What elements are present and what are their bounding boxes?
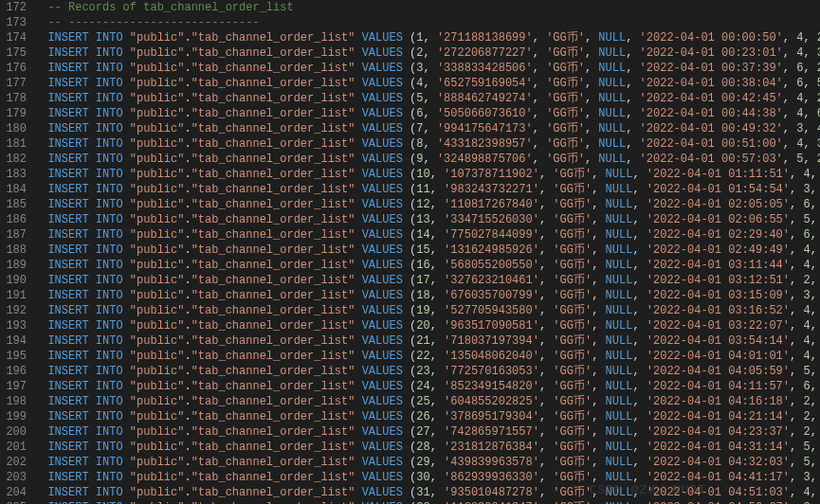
line-number: 174 (4, 30, 27, 45)
code-line[interactable]: INSERT INTO "public"."tab_channel_order_… (34, 500, 820, 504)
line-number: 193 (4, 318, 27, 333)
line-number: 177 (4, 76, 27, 91)
code-line[interactable]: INSERT INTO "public"."tab_channel_order_… (34, 182, 820, 197)
line-number: 197 (4, 379, 27, 394)
code-line[interactable]: INSERT INTO "public"."tab_channel_order_… (34, 197, 820, 212)
line-number: 189 (4, 258, 27, 273)
code-line[interactable]: INSERT INTO "public"."tab_channel_order_… (34, 364, 820, 379)
line-number: 205 (4, 500, 27, 504)
code-line[interactable]: INSERT INTO "public"."tab_channel_order_… (34, 440, 820, 455)
code-line[interactable]: INSERT INTO "public"."tab_channel_order_… (34, 45, 820, 61)
line-number: 187 (4, 227, 27, 243)
line-number: 199 (4, 409, 27, 424)
code-line[interactable]: INSERT INTO "public"."tab_channel_order_… (34, 424, 820, 440)
line-number: 188 (4, 243, 27, 258)
code-line[interactable]: INSERT INTO "public"."tab_channel_order_… (34, 394, 820, 409)
code-line[interactable]: INSERT INTO "public"."tab_channel_order_… (34, 485, 820, 500)
line-number: 202 (4, 455, 27, 470)
line-number: 180 (4, 121, 27, 136)
code-line[interactable]: INSERT INTO "public"."tab_channel_order_… (34, 243, 820, 258)
code-line[interactable]: INSERT INTO "public"."tab_channel_order_… (34, 303, 820, 318)
code-line[interactable]: INSERT INTO "public"."tab_channel_order_… (34, 167, 820, 182)
code-line[interactable]: INSERT INTO "public"."tab_channel_order_… (34, 61, 820, 76)
line-number: 192 (4, 303, 27, 318)
code-line[interactable]: INSERT INTO "public"."tab_channel_order_… (34, 212, 820, 227)
code-line[interactable]: INSERT INTO "public"."tab_channel_order_… (34, 288, 820, 303)
line-number: 178 (4, 91, 27, 106)
line-number: 196 (4, 364, 27, 379)
code-line[interactable]: INSERT INTO "public"."tab_channel_order_… (34, 91, 820, 106)
line-number: 204 (4, 485, 27, 500)
line-number: 179 (4, 106, 27, 121)
code-line[interactable]: -- ---------------------------- (34, 15, 820, 30)
line-number: 190 (4, 273, 27, 288)
line-number: 181 (4, 136, 27, 152)
code-line[interactable]: INSERT INTO "public"."tab_channel_order_… (34, 318, 820, 333)
line-number: 201 (4, 440, 27, 455)
code-line[interactable]: INSERT INTO "public"."tab_channel_order_… (34, 152, 820, 167)
line-number: 182 (4, 152, 27, 167)
line-number: 173 (4, 15, 27, 30)
line-number: 186 (4, 212, 27, 227)
code-line[interactable]: INSERT INTO "public"."tab_channel_order_… (34, 227, 820, 243)
line-number: 183 (4, 167, 27, 182)
code-line[interactable]: -- Records of tab_channel_order_list (34, 0, 820, 15)
code-line[interactable]: INSERT INTO "public"."tab_channel_order_… (34, 409, 820, 424)
code-line[interactable]: INSERT INTO "public"."tab_channel_order_… (34, 106, 820, 121)
code-line[interactable]: INSERT INTO "public"."tab_channel_order_… (34, 136, 820, 152)
code-line[interactable]: INSERT INTO "public"."tab_channel_order_… (34, 333, 820, 349)
line-number: 185 (4, 197, 27, 212)
code-editor[interactable]: 1721731741751761771781791801811821831841… (0, 0, 820, 504)
code-line[interactable]: INSERT INTO "public"."tab_channel_order_… (34, 258, 820, 273)
line-number: 184 (4, 182, 27, 197)
code-line[interactable]: INSERT INTO "public"."tab_channel_order_… (34, 121, 820, 136)
code-line[interactable]: INSERT INTO "public"."tab_channel_order_… (34, 76, 820, 91)
line-number: 200 (4, 424, 27, 440)
line-number: 172 (4, 0, 27, 15)
code-line[interactable]: INSERT INTO "public"."tab_channel_order_… (34, 455, 820, 470)
line-number: 194 (4, 333, 27, 349)
code-line[interactable]: INSERT INTO "public"."tab_channel_order_… (34, 273, 820, 288)
code-line[interactable]: INSERT INTO "public"."tab_channel_order_… (34, 470, 820, 485)
line-number: 191 (4, 288, 27, 303)
line-number: 203 (4, 470, 27, 485)
code-area[interactable]: -- Records of tab_channel_order_list -- … (34, 0, 820, 504)
line-number: 176 (4, 61, 27, 76)
line-number: 198 (4, 394, 27, 409)
code-line[interactable]: INSERT INTO "public"."tab_channel_order_… (34, 30, 820, 45)
line-number: 195 (4, 349, 27, 364)
line-number: 175 (4, 45, 27, 61)
code-line[interactable]: INSERT INTO "public"."tab_channel_order_… (34, 349, 820, 364)
code-line[interactable]: INSERT INTO "public"."tab_channel_order_… (34, 379, 820, 394)
line-number-gutter: 1721731741751761771781791801811821831841… (0, 0, 34, 504)
